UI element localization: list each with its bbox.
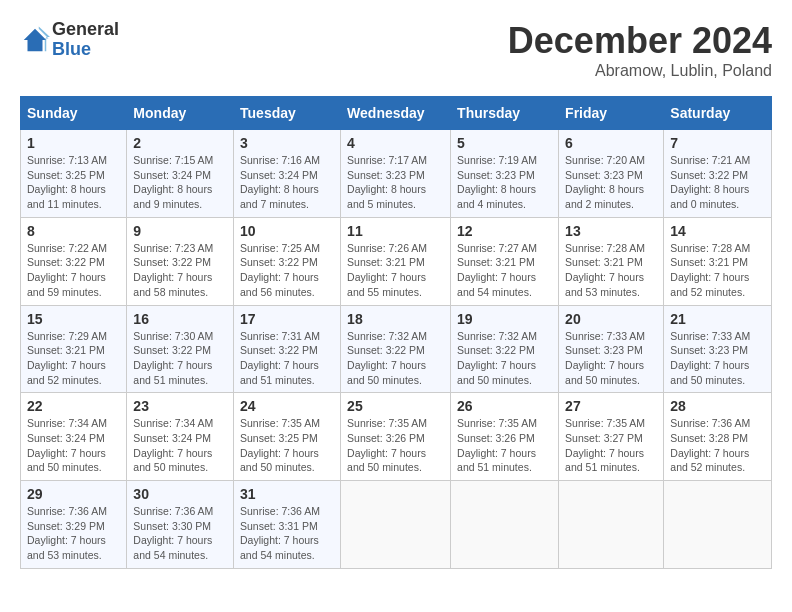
sunset-value: 3:21 PM <box>709 256 748 268</box>
sunset-label: Sunset: <box>457 432 496 444</box>
sunset-label: Sunset: <box>27 344 66 356</box>
header-wednesday: Wednesday <box>341 97 451 130</box>
sunset-label: Sunset: <box>565 256 604 268</box>
calendar-cell: 31 Sunrise: 7:36 AM Sunset: 3:31 PM Dayl… <box>234 481 341 569</box>
calendar-cell: 8 Sunrise: 7:22 AM Sunset: 3:22 PM Dayli… <box>21 217 127 305</box>
day-info: Sunrise: 7:35 AM Sunset: 3:25 PM Dayligh… <box>240 416 334 475</box>
sunrise-value: 7:32 AM <box>389 330 428 342</box>
sunset-value: 3:22 PM <box>496 344 535 356</box>
day-info: Sunrise: 7:16 AM Sunset: 3:24 PM Dayligh… <box>240 153 334 212</box>
day-number: 24 <box>240 398 334 414</box>
calendar-cell: 25 Sunrise: 7:35 AM Sunset: 3:26 PM Dayl… <box>341 393 451 481</box>
sunrise-label: Sunrise: <box>133 417 174 429</box>
daylight-label: Daylight: <box>27 271 71 283</box>
header-monday: Monday <box>127 97 234 130</box>
logo: General Blue <box>20 20 119 60</box>
daylight-label: Daylight: <box>347 447 391 459</box>
day-info: Sunrise: 7:27 AM Sunset: 3:21 PM Dayligh… <box>457 241 552 300</box>
sunrise-value: 7:35 AM <box>499 417 538 429</box>
sunrise-label: Sunrise: <box>565 330 606 342</box>
day-info: Sunrise: 7:29 AM Sunset: 3:21 PM Dayligh… <box>27 329 120 388</box>
calendar-week-3: 15 Sunrise: 7:29 AM Sunset: 3:21 PM Dayl… <box>21 305 772 393</box>
day-info: Sunrise: 7:33 AM Sunset: 3:23 PM Dayligh… <box>565 329 657 388</box>
day-info: Sunrise: 7:25 AM Sunset: 3:22 PM Dayligh… <box>240 241 334 300</box>
sunset-value: 3:30 PM <box>172 520 211 532</box>
day-info: Sunrise: 7:36 AM Sunset: 3:30 PM Dayligh… <box>133 504 227 563</box>
day-number: 22 <box>27 398 120 414</box>
sunset-label: Sunset: <box>27 520 66 532</box>
calendar-cell: 29 Sunrise: 7:36 AM Sunset: 3:29 PM Dayl… <box>21 481 127 569</box>
sunrise-value: 7:36 AM <box>281 505 320 517</box>
day-info: Sunrise: 7:34 AM Sunset: 3:24 PM Dayligh… <box>27 416 120 475</box>
sunrise-label: Sunrise: <box>133 505 174 517</box>
day-number: 17 <box>240 311 334 327</box>
day-number: 11 <box>347 223 444 239</box>
calendar-cell: 23 Sunrise: 7:34 AM Sunset: 3:24 PM Dayl… <box>127 393 234 481</box>
sunset-label: Sunset: <box>670 256 709 268</box>
sunrise-label: Sunrise: <box>240 330 281 342</box>
sunset-label: Sunset: <box>347 344 386 356</box>
daylight-label: Daylight: <box>240 447 284 459</box>
title-section: December 2024 Abramow, Lublin, Poland <box>508 20 772 80</box>
sunset-value: 3:26 PM <box>496 432 535 444</box>
sunset-value: 3:21 PM <box>66 344 105 356</box>
sunset-label: Sunset: <box>457 256 496 268</box>
daylight-label: Daylight: <box>133 271 177 283</box>
day-number: 31 <box>240 486 334 502</box>
daylight-label: Daylight: <box>565 183 609 195</box>
daylight-label: Daylight: <box>670 183 714 195</box>
sunset-label: Sunset: <box>347 169 386 181</box>
sunset-label: Sunset: <box>240 520 279 532</box>
sunset-label: Sunset: <box>27 432 66 444</box>
daylight-label: Daylight: <box>133 359 177 371</box>
sunrise-label: Sunrise: <box>565 242 606 254</box>
day-info: Sunrise: 7:30 AM Sunset: 3:22 PM Dayligh… <box>133 329 227 388</box>
sunrise-value: 7:22 AM <box>68 242 107 254</box>
calendar-header: SundayMondayTuesdayWednesdayThursdayFrid… <box>21 97 772 130</box>
sunset-value: 3:24 PM <box>279 169 318 181</box>
sunset-label: Sunset: <box>347 432 386 444</box>
sunset-value: 3:23 PM <box>386 169 425 181</box>
header-row: SundayMondayTuesdayWednesdayThursdayFrid… <box>21 97 772 130</box>
sunrise-value: 7:33 AM <box>607 330 646 342</box>
sunrise-value: 7:26 AM <box>389 242 428 254</box>
sunset-label: Sunset: <box>670 169 709 181</box>
day-number: 16 <box>133 311 227 327</box>
calendar-cell: 18 Sunrise: 7:32 AM Sunset: 3:22 PM Dayl… <box>341 305 451 393</box>
daylight-label: Daylight: <box>670 447 714 459</box>
sunrise-label: Sunrise: <box>27 154 68 166</box>
calendar-cell: 2 Sunrise: 7:15 AM Sunset: 3:24 PM Dayli… <box>127 130 234 218</box>
sunrise-value: 7:23 AM <box>175 242 214 254</box>
sunrise-label: Sunrise: <box>457 417 498 429</box>
daylight-label: Daylight: <box>133 534 177 546</box>
day-info: Sunrise: 7:35 AM Sunset: 3:26 PM Dayligh… <box>347 416 444 475</box>
calendar-cell: 17 Sunrise: 7:31 AM Sunset: 3:22 PM Dayl… <box>234 305 341 393</box>
sunrise-label: Sunrise: <box>565 417 606 429</box>
calendar-cell <box>664 481 772 569</box>
header-tuesday: Tuesday <box>234 97 341 130</box>
day-info: Sunrise: 7:20 AM Sunset: 3:23 PM Dayligh… <box>565 153 657 212</box>
day-number: 4 <box>347 135 444 151</box>
day-number: 25 <box>347 398 444 414</box>
calendar-cell: 6 Sunrise: 7:20 AM Sunset: 3:23 PM Dayli… <box>559 130 664 218</box>
day-info: Sunrise: 7:32 AM Sunset: 3:22 PM Dayligh… <box>457 329 552 388</box>
sunrise-value: 7:27 AM <box>499 242 538 254</box>
sunrise-label: Sunrise: <box>27 330 68 342</box>
sunrise-label: Sunrise: <box>565 154 606 166</box>
sunset-value: 3:22 PM <box>172 344 211 356</box>
daylight-label: Daylight: <box>27 447 71 459</box>
header-saturday: Saturday <box>664 97 772 130</box>
sunset-value: 3:23 PM <box>496 169 535 181</box>
sunrise-label: Sunrise: <box>347 330 388 342</box>
calendar-week-4: 22 Sunrise: 7:34 AM Sunset: 3:24 PM Dayl… <box>21 393 772 481</box>
sunrise-value: 7:28 AM <box>712 242 751 254</box>
day-info: Sunrise: 7:31 AM Sunset: 3:22 PM Dayligh… <box>240 329 334 388</box>
sunrise-value: 7:36 AM <box>68 505 107 517</box>
calendar-cell: 30 Sunrise: 7:36 AM Sunset: 3:30 PM Dayl… <box>127 481 234 569</box>
sunrise-value: 7:35 AM <box>389 417 428 429</box>
day-info: Sunrise: 7:36 AM Sunset: 3:31 PM Dayligh… <box>240 504 334 563</box>
daylight-label: Daylight: <box>240 183 284 195</box>
header-friday: Friday <box>559 97 664 130</box>
sunset-label: Sunset: <box>133 344 172 356</box>
sunset-label: Sunset: <box>240 169 279 181</box>
